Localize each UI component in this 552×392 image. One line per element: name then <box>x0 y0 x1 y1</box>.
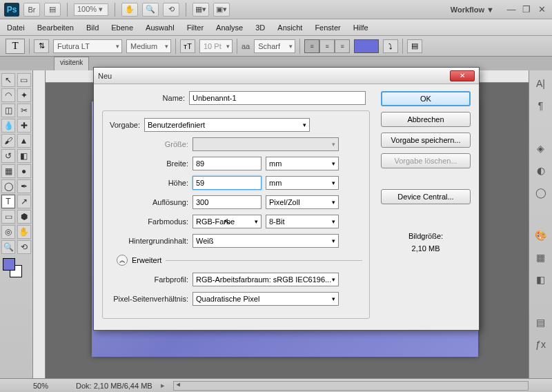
font-size-combo[interactable]: 10 Pt <box>199 39 233 53</box>
menu-bild[interactable]: Bild <box>86 23 99 32</box>
pixelsv-combo[interactable]: Quadratische Pixel <box>193 292 339 306</box>
align-right-button[interactable]: ≡ <box>335 39 350 53</box>
character-panel-icon[interactable]: ▤ <box>407 39 422 53</box>
menu-fenster[interactable]: Fenster <box>315 23 340 32</box>
zoom-tool[interactable]: 🔍 <box>1 240 15 254</box>
dialog-titlebar[interactable]: Neu ✕ <box>94 68 479 84</box>
dodge-tool[interactable]: ◯ <box>1 179 15 193</box>
lasso-tool[interactable]: ◠ <box>1 88 15 102</box>
hoehe-input[interactable] <box>193 176 262 190</box>
menu-filter[interactable]: Filter <box>187 23 204 32</box>
color-picker[interactable] <box>1 258 31 279</box>
name-input[interactable] <box>189 91 366 105</box>
panel-dock: A| ¶ ◈ ◐ ◯ 🎨 ▦ ◧ ▤ ƒx <box>529 70 552 378</box>
zoom-icon[interactable]: 🔍 <box>142 3 159 17</box>
menu-ebene[interactable]: Ebene <box>111 23 133 32</box>
fg-color[interactable] <box>3 258 15 271</box>
breite-input[interactable] <box>193 157 262 170</box>
minimize-button[interactable]: — <box>505 4 518 15</box>
type-tool[interactable]: T <box>1 195 15 208</box>
shape-tool[interactable]: ▭ <box>1 210 15 224</box>
3d-tool[interactable]: ⬢ <box>17 210 31 224</box>
eraser-tool[interactable]: ◧ <box>17 149 31 163</box>
menu-bearbeiten[interactable]: Bearbeiten <box>37 23 74 32</box>
screen-icon[interactable]: ▣▾ <box>213 3 230 17</box>
menu-3d[interactable]: 3D <box>255 23 265 32</box>
arrange-icon[interactable]: ▦▾ <box>193 3 209 17</box>
font-family-combo[interactable]: Futura LT <box>53 39 122 53</box>
menu-auswahl[interactable]: Auswahl <box>146 23 175 32</box>
menu-datei[interactable]: Datei <box>7 23 25 32</box>
vorgabe-combo[interactable]: Benutzerdefiniert <box>144 118 310 132</box>
status-zoom[interactable]: 50% <box>33 382 68 390</box>
font-weight-combo[interactable]: Medium <box>126 39 171 53</box>
gradient-tool[interactable]: ▦ <box>1 164 15 178</box>
dialog-title: Neu <box>98 72 112 80</box>
channels-panel-icon[interactable]: ◐ <box>533 163 549 178</box>
device-central-button[interactable]: Device Central... <box>381 189 471 204</box>
aufloesung-label: Auflösung: <box>106 198 188 206</box>
zoom-select[interactable]: 100% ▾ <box>74 3 108 16</box>
rotate-tool[interactable]: ⟲ <box>17 240 31 254</box>
stamp-tool[interactable]: ▲ <box>17 134 31 148</box>
warp-text-icon[interactable]: ⤵ <box>383 39 398 53</box>
ok-button[interactable]: OK <box>381 91 471 106</box>
history-brush-tool[interactable]: ↺ <box>1 149 15 163</box>
marquee-tool[interactable]: ▭ <box>17 73 31 87</box>
paths-panel-icon[interactable]: ◯ <box>533 185 549 200</box>
align-left-button[interactable]: ≡ <box>304 39 319 53</box>
swatches-panel-icon[interactable]: ▦ <box>533 250 549 265</box>
eyedropper-tool[interactable]: 💧 <box>1 119 15 133</box>
path-tool[interactable]: ↗ <box>17 195 31 208</box>
aufloesung-input[interactable] <box>193 195 262 209</box>
workspace-switcher[interactable]: Workflow ▼ <box>444 3 501 17</box>
antialias-combo[interactable]: Scharf <box>254 39 295 53</box>
menu-hilfe[interactable]: Hilfe <box>353 23 368 32</box>
abbrechen-button[interactable]: Abbrechen <box>381 112 471 127</box>
hand-icon[interactable]: ✋ <box>121 3 138 17</box>
menu-ansicht[interactable]: Ansicht <box>277 23 302 32</box>
farbmodus-combo[interactable]: RGB-Farbe↖ <box>193 215 262 228</box>
slice-tool[interactable]: ✂ <box>17 104 31 117</box>
blur-tool[interactable]: ● <box>17 164 31 178</box>
actions-panel-icon[interactable]: ƒx <box>533 337 549 352</box>
3d-cam-tool[interactable]: ◎ <box>1 225 15 239</box>
hoehe-unit-combo[interactable]: mm <box>266 176 339 190</box>
farbprofil-label: Farbprofil: <box>106 275 188 284</box>
hintergrund-combo[interactable]: Weiß <box>193 234 339 248</box>
rotate-icon[interactable]: ⟲ <box>163 3 179 17</box>
type-tool-preset[interactable]: T <box>6 39 25 54</box>
ps-logo: Ps <box>4 3 19 17</box>
farbprofil-combo[interactable]: RGB-Arbeitsfarbraum: sRGB IEC6196... <box>193 273 339 286</box>
paragraph-panel-icon[interactable]: ¶ <box>533 98 549 113</box>
vorgabe-speichern-button[interactable]: Vorgabe speichern... <box>381 133 471 148</box>
hand-tool[interactable]: ✋ <box>17 225 31 239</box>
move-tool[interactable]: ↖ <box>1 73 15 87</box>
aufloesung-unit-combo[interactable]: Pixel/Zoll <box>266 195 339 209</box>
history-panel-icon[interactable]: ▤ <box>533 315 549 330</box>
pixelsv-label: Pixel-Seitenverhältnis: <box>106 295 188 303</box>
breite-unit-combo[interactable]: mm <box>266 157 339 170</box>
brush-tool[interactable]: 🖌 <box>1 134 15 148</box>
pen-tool[interactable]: ✒ <box>17 179 31 193</box>
character-panel-icon[interactable]: A| <box>533 76 549 91</box>
crop-tool[interactable]: ◫ <box>1 104 15 117</box>
styles-panel-icon[interactable]: ◧ <box>533 272 549 287</box>
dialog-close-button[interactable]: ✕ <box>450 70 475 81</box>
bit-combo[interactable]: 8-Bit <box>266 215 339 228</box>
maximize-button[interactable]: ❐ <box>520 4 533 15</box>
film-icon[interactable]: ▤ <box>44 3 61 17</box>
doc-tab[interactable]: visitenk <box>54 57 89 70</box>
color-panel-icon[interactable]: 🎨 <box>533 228 549 243</box>
wand-tool[interactable]: ✦ <box>17 88 31 102</box>
erweitert-toggle[interactable]: ︽ <box>117 255 128 266</box>
layers-panel-icon[interactable]: ◈ <box>533 141 549 156</box>
bridge-icon[interactable]: Br <box>23 3 40 17</box>
heal-tool[interactable]: ✚ <box>17 119 31 133</box>
h-scrollbar[interactable] <box>173 381 529 391</box>
menu-analyse[interactable]: Analyse <box>216 23 243 32</box>
close-button[interactable]: ✕ <box>535 4 548 15</box>
text-color-swatch[interactable] <box>354 39 379 53</box>
orientation-icon[interactable]: ⇅ <box>34 39 49 53</box>
align-center-button[interactable]: ≡ <box>319 39 335 53</box>
